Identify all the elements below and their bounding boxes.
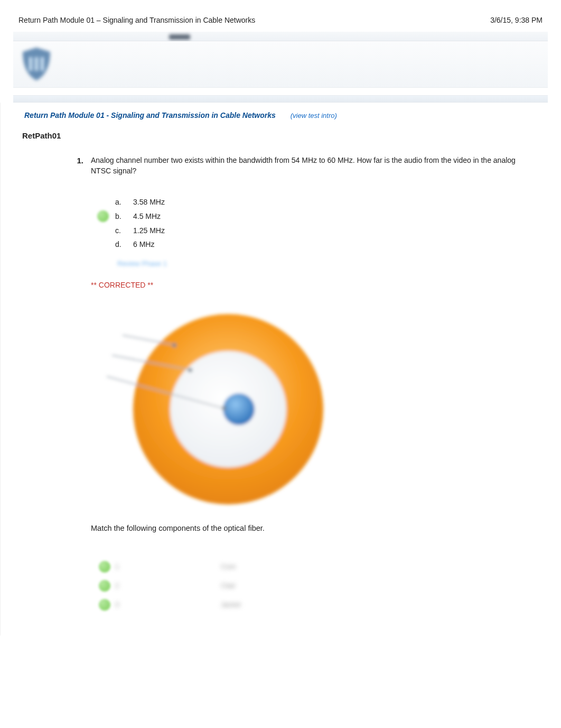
view-test-intro-link[interactable]: (view test intro) [291, 112, 337, 119]
correct-check-icon [99, 580, 110, 592]
choice-text: 4.5 MHz [133, 211, 532, 222]
svg-point-9 [188, 368, 192, 372]
choice-text: 1.25 MHz [133, 225, 532, 236]
svg-point-7 [222, 406, 226, 410]
question-1: 1. Analog channel number two exists with… [14, 150, 548, 614]
svg-point-11 [172, 343, 176, 347]
banner [0, 32, 561, 103]
choice-text: 3.58 MHz [133, 197, 532, 207]
doc-timestamp: 3/6/15, 9:38 PM [490, 16, 543, 24]
question-number: 1. [70, 155, 91, 614]
choice-d: d. 6 MHz [91, 239, 532, 250]
svg-rect-0 [29, 57, 32, 71]
shield-logo-icon [17, 45, 55, 84]
match-table: 1 Core 2 Clad 3 Jacket [94, 557, 532, 614]
optical-fiber-icon [91, 298, 334, 510]
svg-rect-1 [35, 57, 38, 71]
page-header: Return Path Module 01 – Signaling and Tr… [0, 0, 561, 32]
match-item: 1 [115, 562, 221, 572]
match-item: 2 [115, 581, 221, 591]
question-2-prompt: Match the following components of the op… [91, 523, 532, 534]
content: Return Path Module 01 - Signaling and Tr… [0, 103, 561, 635]
choice-text: 6 MHz [133, 239, 532, 250]
match-answer: Jacket [221, 600, 284, 610]
choice-letter: c. [115, 225, 133, 236]
choice-b: b. 4.5 MHz [91, 210, 532, 222]
correct-check-icon [99, 561, 110, 573]
logo [15, 43, 58, 86]
svg-point-5 [223, 393, 255, 425]
banner-breadcrumb [13, 95, 548, 103]
fiber-diagram [91, 298, 532, 512]
match-row: 3 Jacket [94, 595, 532, 614]
banner-tabs [13, 32, 548, 41]
match-row: 2 Clad [94, 576, 532, 595]
course-title: Return Path Module 01 - Signaling and Tr… [24, 111, 276, 119]
match-answer: Clad [221, 581, 284, 591]
review-link[interactable]: Review Phase 1 [117, 259, 532, 269]
choice-a: a. 3.58 MHz [91, 197, 532, 207]
question-prompt: Analog channel number two exists within … [91, 155, 532, 177]
corrected-label: ** CORRECTED ** [91, 280, 532, 290]
doc-title: Return Path Module 01 – Signaling and Tr… [18, 16, 255, 24]
svg-rect-2 [41, 57, 44, 71]
choice-c: c. 1.25 MHz [91, 225, 532, 236]
correct-check-icon [99, 599, 110, 611]
section-label: RetPath01 [14, 125, 548, 150]
match-item: 3 [115, 600, 221, 610]
choice-letter: d. [115, 239, 133, 250]
match-answer: Core [221, 562, 284, 572]
banner-body [13, 41, 548, 88]
match-row: 1 Core [94, 557, 532, 576]
banner-tab-active [169, 34, 190, 40]
course-title-row: Return Path Module 01 - Signaling and Tr… [14, 108, 548, 125]
choice-letter: a. [115, 197, 133, 207]
correct-check-icon [97, 210, 109, 222]
choice-letter: b. [115, 211, 133, 222]
answer-choices: a. 3.58 MHz b. 4.5 MHz c. 1.25 MHz d. 6 … [91, 197, 532, 250]
